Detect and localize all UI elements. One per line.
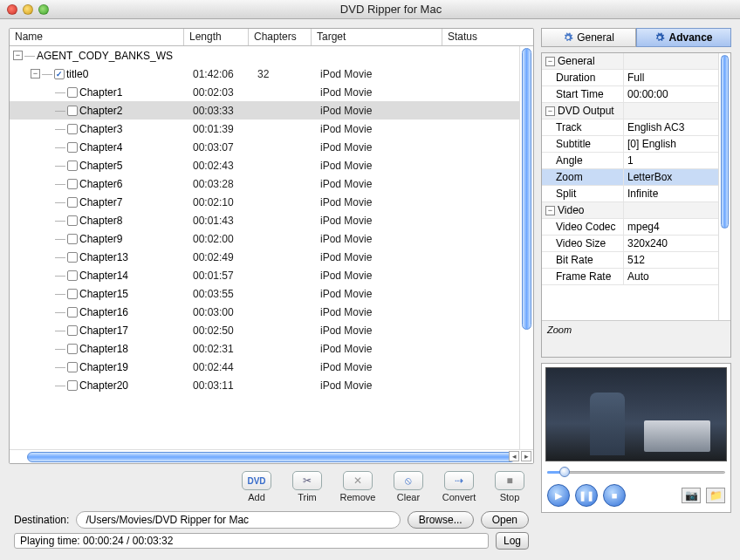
title-checkbox[interactable] — [54, 69, 65, 79]
chapter-checkbox[interactable] — [67, 380, 78, 391]
tree-chapter-row[interactable]: — Chapter1500:03:55iPod Movie — [10, 284, 533, 303]
open-button[interactable]: Open — [481, 511, 529, 529]
tree-title-row[interactable]: −— title001:42:0632iPod Movie — [10, 65, 533, 83]
tree-chapter-row[interactable]: — Chapter1600:03:00iPod Movie — [10, 303, 533, 321]
propgrid-row[interactable]: Frame RateAuto — [542, 269, 730, 285]
propgrid-row[interactable]: Start Time00:00:00 — [542, 86, 730, 103]
chapter-checkbox[interactable] — [67, 142, 78, 153]
prop-value[interactable]: mpeg4 — [624, 219, 730, 235]
prop-value[interactable]: Full — [624, 70, 730, 85]
prop-value[interactable]: 1 — [624, 153, 730, 168]
minimize-window-button[interactable] — [23, 4, 33, 15]
chapter-checkbox[interactable] — [67, 252, 78, 263]
prop-value[interactable]: 512 — [624, 252, 730, 268]
propgrid-group[interactable]: − General — [542, 53, 730, 70]
tree-chapter-row[interactable]: — Chapter600:03:28iPod Movie — [10, 174, 533, 193]
collapse-icon[interactable]: − — [545, 106, 555, 116]
tree-chapter-row[interactable]: — Chapter800:01:43iPod Movie — [10, 211, 533, 229]
chapter-checkbox[interactable] — [67, 270, 78, 281]
col-target[interactable]: Target — [312, 29, 442, 45]
scroll-left-icon[interactable]: ◂ — [509, 451, 519, 461]
tree-chapter-row[interactable]: — Chapter1800:02:31iPod Movie — [10, 339, 533, 358]
propgrid-row[interactable]: Video Size320x240 — [542, 236, 730, 252]
convert-button[interactable]: ⇢Convert — [440, 471, 478, 502]
prop-value[interactable]: 00:00:00 — [624, 86, 730, 102]
stop-button[interactable]: ■Stop — [490, 471, 529, 502]
tree-chapter-row[interactable]: — Chapter300:01:39iPod Movie — [10, 120, 533, 138]
tree-chapter-row[interactable]: — Chapter900:02:00iPod Movie — [10, 229, 533, 248]
chapter-checkbox[interactable] — [67, 160, 78, 171]
player-stop-button[interactable]: ■ — [603, 484, 626, 507]
col-status[interactable]: Status — [442, 29, 533, 45]
prop-value[interactable]: English AC3 — [624, 120, 730, 135]
propgrid-row[interactable]: Video Codecmpeg4 — [542, 219, 730, 236]
prop-value[interactable]: LetterBox — [624, 169, 730, 185]
seek-slider[interactable] — [545, 465, 727, 479]
tree-chapter-row[interactable]: — Chapter700:02:10iPod Movie — [10, 193, 533, 211]
propgrid-row[interactable]: ZoomLetterBox — [542, 169, 730, 186]
tree-disc-row[interactable]: −—AGENT_CODY_BANKS_WS — [10, 46, 533, 65]
tree-chapter-row[interactable]: — Chapter500:02:43iPod Movie — [10, 156, 533, 174]
prop-value[interactable]: [0] English — [624, 136, 730, 152]
propgrid-row[interactable]: Bit Rate512 — [542, 252, 730, 269]
snapshot-button[interactable]: 📷 — [682, 488, 701, 503]
pause-button[interactable]: ❚❚ — [575, 484, 598, 507]
horizontal-scrollbar[interactable]: ◂▸ — [10, 449, 533, 463]
collapse-icon[interactable]: − — [13, 51, 23, 60]
tree-chapter-row[interactable]: — Chapter1900:02:44iPod Movie — [10, 358, 533, 376]
propgrid-row[interactable]: TrackEnglish AC3 — [542, 120, 730, 136]
clear-button[interactable]: ⦸Clear — [389, 471, 428, 502]
add-button[interactable]: DVDAdd — [237, 471, 276, 502]
tree-chapter-row[interactable]: — Chapter400:03:07iPod Movie — [10, 138, 533, 156]
tab-general[interactable]: General — [541, 28, 636, 47]
propgrid-group[interactable]: − Video — [542, 202, 730, 219]
chapter-checkbox[interactable] — [67, 87, 78, 98]
propgrid-row[interactable]: DurationFull — [542, 70, 730, 86]
trim-button[interactable]: ✂Trim — [288, 471, 326, 502]
tree-chapter-row[interactable]: — Chapter100:02:03iPod Movie — [10, 83, 533, 101]
log-button[interactable]: Log — [496, 532, 529, 550]
chapter-checkbox[interactable] — [67, 179, 78, 189]
chapter-checkbox[interactable] — [67, 197, 78, 208]
prop-value[interactable]: 320x240 — [624, 236, 730, 251]
propgrid-scrollbar[interactable] — [718, 53, 730, 320]
scroll-right-icon[interactable]: ▸ — [521, 451, 531, 461]
tree-chapter-row[interactable]: — Chapter200:03:33iPod Movie — [10, 101, 533, 120]
vertical-scrollbar[interactable] — [519, 46, 533, 449]
tree-chapter-row[interactable]: — Chapter1400:01:57iPod Movie — [10, 266, 533, 284]
chapter-checkbox[interactable] — [67, 234, 78, 244]
chapter-length: 00:02:50 — [188, 324, 252, 337]
close-window-button[interactable] — [7, 4, 17, 15]
destination-input[interactable] — [76, 511, 400, 529]
propgrid-row[interactable]: Angle1 — [542, 153, 730, 169]
open-folder-button[interactable]: 📁 — [706, 488, 725, 503]
tree-chapter-row[interactable]: — Chapter1300:02:49iPod Movie — [10, 248, 533, 266]
propgrid-row[interactable]: Subtitle[0] English — [542, 136, 730, 153]
chapter-checkbox[interactable] — [67, 362, 78, 372]
tab-advance[interactable]: Advance — [636, 28, 731, 47]
collapse-icon[interactable]: − — [545, 206, 555, 215]
col-length[interactable]: Length — [184, 29, 249, 45]
video-preview[interactable] — [545, 367, 727, 461]
chapter-checkbox[interactable] — [67, 307, 78, 318]
remove-button[interactable]: ✕Remove — [339, 471, 377, 502]
chapter-checkbox[interactable] — [67, 289, 78, 299]
collapse-icon[interactable]: − — [31, 69, 40, 79]
col-name[interactable]: Name — [10, 29, 184, 45]
zoom-window-button[interactable] — [38, 4, 49, 15]
chapter-checkbox[interactable] — [67, 344, 78, 354]
chapter-checkbox[interactable] — [67, 124, 78, 134]
propgrid-row[interactable]: SplitInfinite — [542, 186, 730, 202]
prop-value[interactable]: Auto — [624, 269, 730, 284]
collapse-icon[interactable]: − — [545, 57, 555, 66]
prop-value[interactable]: Infinite — [624, 186, 730, 201]
col-chapters[interactable]: Chapters — [249, 29, 312, 45]
tree-chapter-row[interactable]: — Chapter2000:03:11iPod Movie — [10, 376, 533, 394]
browse-button[interactable]: Browse... — [408, 511, 474, 529]
chapter-checkbox[interactable] — [67, 325, 78, 336]
chapter-checkbox[interactable] — [67, 106, 78, 116]
chapter-checkbox[interactable] — [67, 215, 78, 226]
propgrid-group[interactable]: − DVD Output — [542, 103, 730, 120]
tree-chapter-row[interactable]: — Chapter1700:02:50iPod Movie — [10, 321, 533, 339]
play-button[interactable]: ▶ — [547, 484, 570, 507]
